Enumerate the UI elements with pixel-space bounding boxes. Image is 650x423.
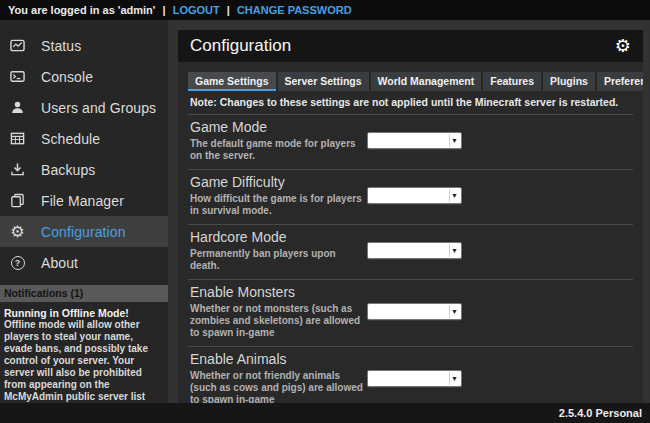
- setting-select[interactable]: ▼: [367, 303, 462, 320]
- tab-label: World Management: [378, 75, 475, 87]
- gear-icon: ⚙: [9, 223, 26, 240]
- logged-in-text: You are logged in as 'admin': [8, 4, 155, 16]
- tab-label: Plugins: [550, 75, 588, 87]
- sidebar-item-label: Configuration: [41, 224, 126, 240]
- notifications-header: Notifications (1): [0, 285, 168, 302]
- schedule-icon: [9, 130, 26, 147]
- setting-description: Permanently ban players upon death.: [190, 248, 367, 272]
- sidebar-item-label: About: [41, 255, 78, 271]
- sidebar-nav: Status Console Users and Groups: [0, 20, 168, 278]
- setting-row: Game Mode The default game mode for play…: [188, 115, 633, 170]
- sidebar-item-label: Backups: [41, 162, 95, 178]
- tab-bar: Game Settings Server Settings World Mana…: [188, 72, 633, 91]
- change-password-link[interactable]: CHANGE PASSWORD: [237, 4, 352, 16]
- console-icon: [9, 68, 26, 85]
- notification-body-text: Offline mode will allow other players to…: [4, 319, 163, 415]
- sidebar-item[interactable]: ? About: [0, 247, 168, 278]
- setting-select[interactable]: ▼: [367, 187, 462, 204]
- sidebar-item[interactable]: Console: [0, 61, 168, 92]
- setting-name: Enable Animals: [190, 351, 367, 367]
- sidebar-item[interactable]: File Manager: [0, 185, 168, 216]
- sidebar-item[interactable]: Schedule: [0, 123, 168, 154]
- chevron-down-icon: ▼: [449, 372, 459, 385]
- chevron-down-icon: ▼: [449, 244, 459, 257]
- setting-select[interactable]: ▼: [367, 370, 462, 387]
- tab[interactable]: Game Settings: [188, 72, 276, 91]
- tab[interactable]: Features: [483, 72, 541, 91]
- tab-label: Preferences: [604, 75, 643, 87]
- sidebar-item-label: Console: [41, 69, 93, 85]
- gear-icon[interactable]: ⚙: [615, 37, 631, 55]
- notification-title: Running in Offline Mode!: [4, 307, 163, 319]
- restart-note: Note: Changes to these settings are not …: [188, 91, 633, 115]
- chevron-down-icon: ▼: [449, 134, 459, 147]
- sidebar-item-label: Schedule: [41, 131, 100, 147]
- users-icon: [9, 99, 26, 116]
- sidebar-item[interactable]: Backups: [0, 154, 168, 185]
- tab-label: Features: [490, 75, 534, 87]
- settings-list: Game Mode The default game mode for play…: [178, 115, 643, 403]
- tab[interactable]: World Management: [371, 72, 482, 91]
- setting-description: Whether or not monsters (such as zombies…: [190, 303, 367, 339]
- setting-description: The default game mode for players on the…: [190, 138, 367, 162]
- sidebar-item-label: Status: [41, 38, 81, 54]
- setting-name: Game Mode: [190, 119, 367, 135]
- status-icon: [9, 37, 26, 54]
- footer-bar: 2.5.4.0 Personal: [0, 403, 650, 423]
- page-title: Configuration: [190, 36, 291, 56]
- chevron-down-icon: ▼: [449, 305, 459, 318]
- logout-link[interactable]: LOGOUT: [173, 4, 220, 16]
- tab[interactable]: Server Settings: [278, 72, 369, 91]
- setting-row: Hardcore Mode Permanently ban players up…: [188, 225, 633, 280]
- backups-icon: [9, 161, 26, 178]
- setting-description: Whether or not friendly animals (such as…: [190, 370, 367, 403]
- sidebar-item-label: Users and Groups: [41, 100, 156, 116]
- setting-select[interactable]: ▼: [367, 132, 462, 149]
- about-icon: ?: [9, 254, 26, 271]
- setting-select[interactable]: ▼: [367, 242, 462, 259]
- sidebar-item-label: File Manager: [41, 193, 124, 209]
- tab[interactable]: Preferences: [597, 72, 643, 91]
- sidebar-item[interactable]: Status: [0, 30, 168, 61]
- tab-label: Game Settings: [195, 75, 269, 87]
- setting-row: Enable Animals Whether or not friendly a…: [188, 347, 633, 403]
- chevron-down-icon: ▼: [449, 189, 459, 202]
- panel-header: Configuration ⚙: [178, 30, 643, 62]
- tab-label: Server Settings: [285, 75, 362, 87]
- sidebar-item[interactable]: ⚙ Configuration: [0, 216, 168, 247]
- separator: |: [163, 4, 166, 16]
- top-bar: You are logged in as 'admin' | LOGOUT | …: [0, 0, 650, 20]
- setting-name: Game Difficulty: [190, 174, 367, 190]
- file-manager-icon: [9, 192, 26, 209]
- setting-name: Enable Monsters: [190, 284, 367, 300]
- sidebar-item[interactable]: Users and Groups: [0, 92, 168, 123]
- setting-row: Game Difficulty How difficult the game i…: [188, 170, 633, 225]
- version-label: 2.5.4.0 Personal: [559, 407, 642, 419]
- setting-name: Hardcore Mode: [190, 229, 367, 245]
- configuration-panel: Configuration ⚙ Game Settings Server Set…: [178, 30, 643, 403]
- setting-row: Enable Monsters Whether or not monsters …: [188, 280, 633, 347]
- separator: |: [227, 4, 230, 16]
- setting-description: How difficult the game is for players in…: [190, 193, 367, 217]
- tab[interactable]: Plugins: [543, 72, 595, 91]
- sidebar: Status Console Users and Groups: [0, 20, 168, 403]
